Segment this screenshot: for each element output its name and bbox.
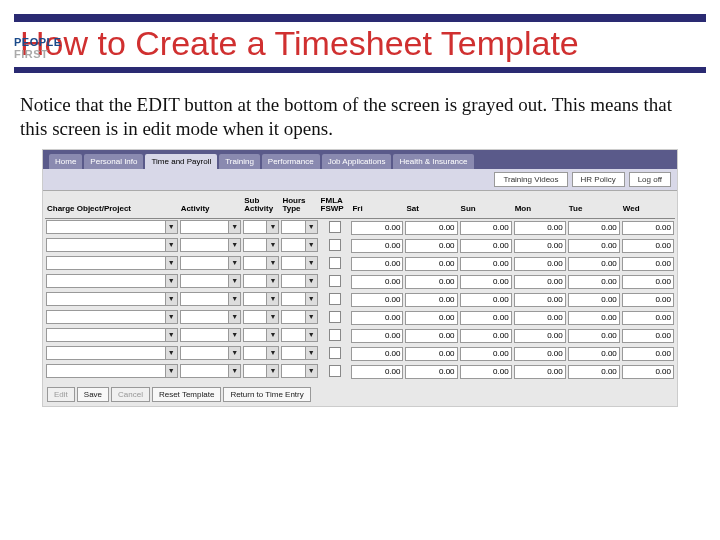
return-to-time-entry-button[interactable]: Return to Time Entry [223, 387, 310, 402]
dropdown-arrow-icon[interactable]: ▼ [229, 328, 241, 342]
charge-dropdown[interactable]: ▼ [46, 310, 178, 324]
hours-input-fri[interactable]: 0.00 [351, 311, 403, 325]
dropdown-arrow-icon[interactable]: ▼ [306, 256, 318, 270]
hours-input-sun[interactable]: 0.00 [460, 221, 512, 235]
charge-dropdown[interactable]: ▼ [46, 328, 178, 342]
hours-input-mon[interactable]: 0.00 [514, 329, 566, 343]
activity-dropdown[interactable]: ▼ [180, 364, 242, 378]
dropdown-arrow-icon[interactable]: ▼ [306, 274, 318, 288]
activity-dropdown[interactable]: ▼ [180, 310, 242, 324]
charge-dropdown[interactable]: ▼ [46, 274, 178, 288]
hours-input-sun[interactable]: 0.00 [460, 365, 512, 379]
hours-input-fri[interactable]: 0.00 [351, 239, 403, 253]
dropdown-arrow-icon[interactable]: ▼ [267, 328, 279, 342]
charge-dropdown[interactable]: ▼ [46, 346, 178, 360]
hourstype-dropdown[interactable]: ▼ [281, 346, 317, 360]
hourstype-dropdown[interactable]: ▼ [281, 310, 317, 324]
nav-tab-time-and-payroll[interactable]: Time and Payroll [145, 154, 217, 169]
hours-input-wed[interactable]: 0.00 [622, 275, 674, 289]
hours-input-mon[interactable]: 0.00 [514, 293, 566, 307]
hours-input-tue[interactable]: 0.00 [568, 239, 620, 253]
hours-input-mon[interactable]: 0.00 [514, 311, 566, 325]
dropdown-arrow-icon[interactable]: ▼ [267, 220, 279, 234]
dropdown-arrow-icon[interactable]: ▼ [166, 274, 178, 288]
dropdown-arrow-icon[interactable]: ▼ [166, 238, 178, 252]
hours-input-fri[interactable]: 0.00 [351, 275, 403, 289]
subactivity-dropdown[interactable]: ▼ [243, 364, 279, 378]
dropdown-arrow-icon[interactable]: ▼ [306, 292, 318, 306]
hours-input-fri[interactable]: 0.00 [351, 221, 403, 235]
dropdown-arrow-icon[interactable]: ▼ [166, 346, 178, 360]
hours-input-mon[interactable]: 0.00 [514, 275, 566, 289]
hours-input-tue[interactable]: 0.00 [568, 365, 620, 379]
hours-input-wed[interactable]: 0.00 [622, 257, 674, 271]
subactivity-dropdown[interactable]: ▼ [243, 310, 279, 324]
subactivity-dropdown[interactable]: ▼ [243, 328, 279, 342]
dropdown-arrow-icon[interactable]: ▼ [229, 256, 241, 270]
dropdown-arrow-icon[interactable]: ▼ [229, 220, 241, 234]
dropdown-arrow-icon[interactable]: ▼ [166, 364, 178, 378]
hours-input-sat[interactable]: 0.00 [405, 329, 457, 343]
hours-input-sun[interactable]: 0.00 [460, 275, 512, 289]
hours-input-tue[interactable]: 0.00 [568, 347, 620, 361]
save-button[interactable]: Save [77, 387, 109, 402]
dropdown-arrow-icon[interactable]: ▼ [267, 292, 279, 306]
hours-input-wed[interactable]: 0.00 [622, 239, 674, 253]
hours-input-sat[interactable]: 0.00 [405, 311, 457, 325]
hourstype-dropdown[interactable]: ▼ [281, 364, 317, 378]
hours-input-sat[interactable]: 0.00 [405, 365, 457, 379]
nav-tab-home[interactable]: Home [49, 154, 82, 169]
hours-input-tue[interactable]: 0.00 [568, 329, 620, 343]
hours-input-sun[interactable]: 0.00 [460, 239, 512, 253]
toolbar-link-log-off[interactable]: Log off [629, 172, 671, 187]
fmla-checkbox[interactable] [329, 239, 341, 251]
dropdown-arrow-icon[interactable]: ▼ [267, 310, 279, 324]
dropdown-arrow-icon[interactable]: ▼ [229, 310, 241, 324]
hours-input-wed[interactable]: 0.00 [622, 365, 674, 379]
hours-input-tue[interactable]: 0.00 [568, 257, 620, 271]
hourstype-dropdown[interactable]: ▼ [281, 256, 317, 270]
hours-input-wed[interactable]: 0.00 [622, 311, 674, 325]
fmla-checkbox[interactable] [329, 365, 341, 377]
dropdown-arrow-icon[interactable]: ▼ [267, 346, 279, 360]
hours-input-sun[interactable]: 0.00 [460, 329, 512, 343]
toolbar-link-training-videos[interactable]: Training Videos [494, 172, 567, 187]
hours-input-mon[interactable]: 0.00 [514, 239, 566, 253]
nav-tab-personal-info[interactable]: Personal Info [84, 154, 143, 169]
charge-dropdown[interactable]: ▼ [46, 364, 178, 378]
hours-input-mon[interactable]: 0.00 [514, 221, 566, 235]
fmla-checkbox[interactable] [329, 311, 341, 323]
hourstype-dropdown[interactable]: ▼ [281, 220, 317, 234]
charge-dropdown[interactable]: ▼ [46, 238, 178, 252]
subactivity-dropdown[interactable]: ▼ [243, 274, 279, 288]
subactivity-dropdown[interactable]: ▼ [243, 256, 279, 270]
fmla-checkbox[interactable] [329, 275, 341, 287]
hours-input-wed[interactable]: 0.00 [622, 221, 674, 235]
activity-dropdown[interactable]: ▼ [180, 292, 242, 306]
dropdown-arrow-icon[interactable]: ▼ [267, 274, 279, 288]
hours-input-fri[interactable]: 0.00 [351, 365, 403, 379]
dropdown-arrow-icon[interactable]: ▼ [306, 364, 318, 378]
nav-tab-health-insurance[interactable]: Health & Insurance [393, 154, 473, 169]
dropdown-arrow-icon[interactable]: ▼ [166, 256, 178, 270]
hours-input-sun[interactable]: 0.00 [460, 347, 512, 361]
dropdown-arrow-icon[interactable]: ▼ [306, 346, 318, 360]
hours-input-sat[interactable]: 0.00 [405, 257, 457, 271]
hourstype-dropdown[interactable]: ▼ [281, 238, 317, 252]
nav-tab-training[interactable]: Training [219, 154, 260, 169]
hours-input-sat[interactable]: 0.00 [405, 347, 457, 361]
dropdown-arrow-icon[interactable]: ▼ [267, 238, 279, 252]
hours-input-mon[interactable]: 0.00 [514, 347, 566, 361]
hours-input-sat[interactable]: 0.00 [405, 275, 457, 289]
hours-input-mon[interactable]: 0.00 [514, 365, 566, 379]
dropdown-arrow-icon[interactable]: ▼ [267, 256, 279, 270]
hours-input-sun[interactable]: 0.00 [460, 257, 512, 271]
dropdown-arrow-icon[interactable]: ▼ [166, 220, 178, 234]
hourstype-dropdown[interactable]: ▼ [281, 328, 317, 342]
fmla-checkbox[interactable] [329, 347, 341, 359]
activity-dropdown[interactable]: ▼ [180, 328, 242, 342]
activity-dropdown[interactable]: ▼ [180, 346, 242, 360]
activity-dropdown[interactable]: ▼ [180, 220, 242, 234]
dropdown-arrow-icon[interactable]: ▼ [306, 220, 318, 234]
dropdown-arrow-icon[interactable]: ▼ [306, 328, 318, 342]
